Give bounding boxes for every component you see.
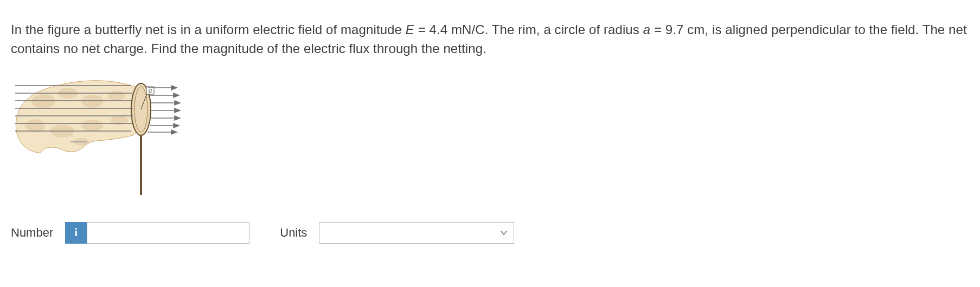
units-label: Units [280, 226, 307, 240]
units-select[interactable] [319, 222, 514, 244]
svg-marker-22 [171, 86, 177, 90]
svg-marker-28 [175, 108, 180, 113]
svg-marker-24 [174, 93, 179, 97]
info-icon[interactable]: i [65, 222, 87, 244]
problem-text-part2: = 4.4 mN/C. The rim, a circle of radius [414, 22, 643, 37]
svg-point-3 [108, 91, 125, 101]
svg-marker-32 [174, 123, 179, 128]
symbol-a: a [643, 22, 650, 37]
butterfly-net-diagram: a [11, 71, 184, 196]
answer-row: Number i Units [11, 222, 969, 244]
svg-point-0 [31, 94, 55, 108]
svg-point-2 [81, 95, 103, 108]
problem-text-part1: In the figure a butterfly net is in a un… [11, 22, 406, 37]
svg-marker-26 [175, 101, 180, 105]
figure: a [11, 71, 184, 196]
svg-marker-30 [175, 116, 180, 120]
symbol-E: E [406, 22, 414, 37]
problem-statement: In the figure a butterfly net is in a un… [11, 21, 969, 58]
info-icon-glyph: i [74, 226, 78, 239]
number-label: Number [11, 226, 53, 240]
svg-point-4 [25, 119, 45, 132]
svg-point-6 [81, 120, 103, 132]
svg-marker-34 [171, 130, 177, 134]
number-input[interactable] [87, 222, 249, 244]
